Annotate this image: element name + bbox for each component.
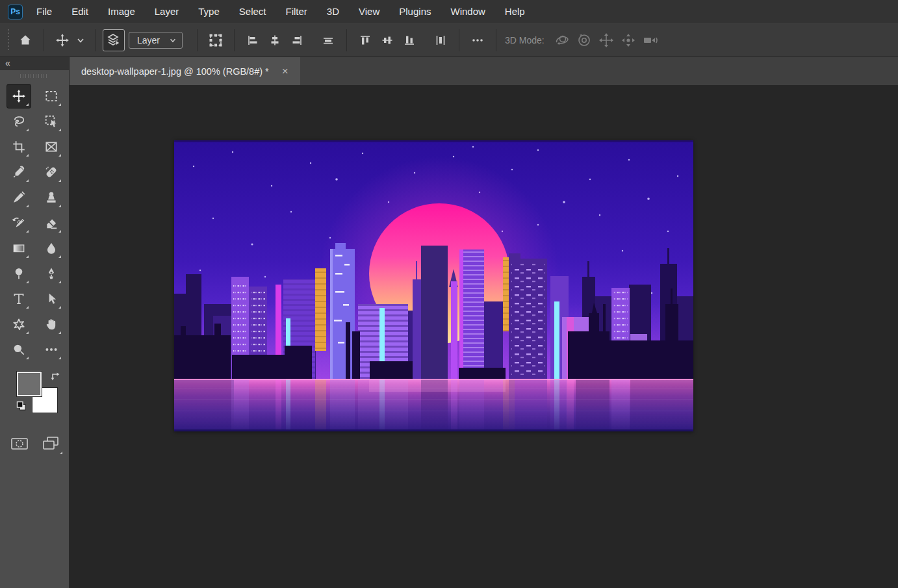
canvas-area[interactable] xyxy=(70,85,898,588)
distribute-horizontal-button[interactable] xyxy=(430,29,452,51)
clone-stamp-icon xyxy=(44,190,58,205)
tools-grid xyxy=(0,82,69,361)
lasso-icon xyxy=(12,114,26,129)
align-vertical-centers-button[interactable] xyxy=(317,29,339,51)
document-canvas[interactable] xyxy=(174,140,693,431)
default-colors-button[interactable] xyxy=(16,400,27,415)
quick-mask-icon xyxy=(10,436,29,452)
auto-select-target-value: Layer xyxy=(137,35,160,45)
tool-clone-stamp[interactable] xyxy=(40,186,63,209)
options-bar-grip[interactable] xyxy=(6,29,10,51)
tool-pen[interactable] xyxy=(40,262,63,285)
auto-select-layers-icon xyxy=(106,32,122,48)
panel-grip-icon[interactable] xyxy=(20,74,49,78)
tool-preset-chevron[interactable] xyxy=(73,29,88,51)
panel-grip-row xyxy=(0,70,69,82)
show-transform-controls-toggle[interactable] xyxy=(205,29,227,51)
separator xyxy=(459,29,459,51)
collapse-panel-button[interactable]: « xyxy=(0,57,69,70)
tool-frame[interactable] xyxy=(40,135,63,159)
camera-3d-icon xyxy=(642,32,659,49)
rectangular-marquee-icon xyxy=(44,89,58,103)
menu-filter[interactable]: Filter xyxy=(276,0,317,23)
path-selection-icon xyxy=(44,292,58,306)
pen-icon xyxy=(44,266,58,281)
tool-object-selection[interactable] xyxy=(40,110,63,133)
history-brush-icon xyxy=(12,216,26,230)
tool-zoom[interactable] xyxy=(7,338,31,361)
tool-crop[interactable] xyxy=(7,135,31,159)
more-options-icon xyxy=(470,33,485,47)
auto-select-toggle[interactable] xyxy=(103,29,125,51)
chevron-down-icon xyxy=(76,36,85,45)
tool-path-selection[interactable] xyxy=(40,287,63,311)
menu-file[interactable]: File xyxy=(27,0,62,23)
align-right-edges-icon xyxy=(290,34,303,47)
tool-rectangular-marquee[interactable] xyxy=(40,84,63,108)
move-tool-icon xyxy=(55,33,70,47)
tool-history-brush[interactable] xyxy=(7,211,31,235)
menu-type[interactable]: Type xyxy=(188,0,229,23)
tool-custom-shape[interactable] xyxy=(7,313,31,336)
menu-help[interactable]: Help xyxy=(495,0,535,23)
hand-icon xyxy=(44,317,58,331)
align-bottom-edges-button[interactable] xyxy=(398,29,420,51)
home-button[interactable] xyxy=(14,29,36,51)
tool-eraser[interactable] xyxy=(40,211,63,235)
tool-blur[interactable] xyxy=(40,236,63,260)
tool-gradient[interactable] xyxy=(7,236,31,260)
tool-dodge[interactable] xyxy=(7,262,31,285)
document-tab[interactable]: desktop-wallpaper-1.jpg @ 100% (RGB/8#) … xyxy=(70,57,300,85)
swap-colors-button[interactable] xyxy=(49,370,61,385)
menu-view[interactable]: View xyxy=(349,0,389,23)
transform-controls-icon xyxy=(208,32,224,48)
move-tool-icon xyxy=(12,89,26,103)
default-colors-icon xyxy=(16,400,27,412)
align-middle-button[interactable] xyxy=(376,29,398,51)
pan-3d-icon xyxy=(598,32,615,49)
document-tab-bar: desktop-wallpaper-1.jpg @ 100% (RGB/8#) … xyxy=(70,57,898,85)
menu-edit[interactable]: Edit xyxy=(62,0,98,23)
align-left-edges-icon xyxy=(246,34,259,47)
3d-camera-button xyxy=(639,29,661,51)
align-right-edges-button[interactable] xyxy=(286,29,308,51)
quick-mask-button[interactable] xyxy=(9,435,30,452)
tool-eyedropper[interactable] xyxy=(7,160,31,184)
tool-hand[interactable] xyxy=(40,313,63,336)
panel-bottom-tools xyxy=(0,425,69,452)
menu-image[interactable]: Image xyxy=(98,0,145,23)
foreground-color-swatch[interactable] xyxy=(17,372,42,396)
separator xyxy=(234,29,235,51)
close-tab-button[interactable]: × xyxy=(279,64,291,78)
tool-brush[interactable] xyxy=(7,186,31,209)
tool-edit-toolbar[interactable] xyxy=(40,338,63,361)
more-align-options-button[interactable] xyxy=(467,29,489,51)
object-selection-icon xyxy=(44,114,58,129)
menu-bar: Ps File Edit Image Layer Type Select Fil… xyxy=(0,0,898,23)
screen-mode-button[interactable] xyxy=(40,435,61,452)
3d-orbit-button xyxy=(551,29,573,51)
tool-lasso[interactable] xyxy=(7,110,31,133)
document-tab-title: desktop-wallpaper-1.jpg @ 100% (RGB/8#) … xyxy=(81,66,269,77)
align-top-edges-button[interactable] xyxy=(354,29,376,51)
align-middle-icon xyxy=(381,34,394,47)
align-horizontal-centers-button[interactable] xyxy=(264,29,286,51)
align-left-edges-button[interactable] xyxy=(242,29,264,51)
auto-select-target-dropdown[interactable]: Layer xyxy=(129,32,183,49)
menu-window[interactable]: Window xyxy=(441,0,494,23)
roll-3d-icon xyxy=(576,32,593,49)
menu-select[interactable]: Select xyxy=(229,0,276,23)
menu-plugins[interactable]: Plugins xyxy=(389,0,441,23)
tool-move[interactable] xyxy=(7,84,31,108)
align-bottom-edges-icon xyxy=(403,34,416,47)
menu-layer[interactable]: Layer xyxy=(145,0,189,23)
tool-type[interactable] xyxy=(7,287,31,311)
eraser-icon xyxy=(44,216,58,230)
align-horizontal-centers-icon xyxy=(268,34,281,47)
workspace: « xyxy=(0,57,898,588)
menu-3d[interactable]: 3D xyxy=(317,0,349,23)
separator xyxy=(197,29,198,51)
current-tool-button[interactable] xyxy=(51,29,73,51)
tool-spot-healing-brush[interactable] xyxy=(40,160,63,184)
separator xyxy=(496,29,496,51)
